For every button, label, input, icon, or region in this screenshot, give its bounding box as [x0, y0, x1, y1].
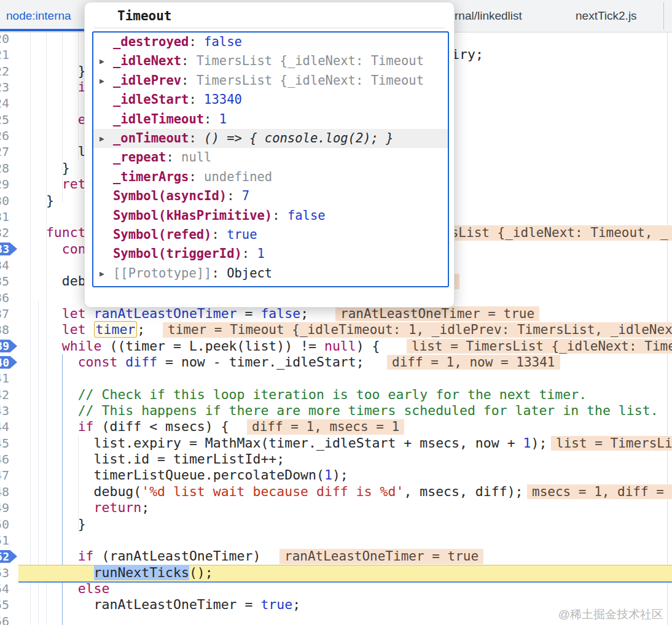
tab-node-internal-timers[interactable]: node:interna: [6, 0, 71, 31]
gutter-line-number[interactable]: 535: [0, 273, 9, 289]
gutter-line-number[interactable]: 542: [0, 387, 9, 403]
code-text: list.expiry = MathMax(timer._idleStart +…: [30, 435, 547, 451]
object-inspect-popover: Timeout _destroyed: false▶_idleNext: Tim…: [84, 2, 455, 308]
token: '%d list wait because diff is %d': [141, 484, 404, 499]
code-line[interactable]: list = TimersList {_idleNext: Timeo539 w…: [0, 338, 672, 354]
popover-property-row[interactable]: _timerArgs: undefined: [93, 168, 448, 187]
gutter-line-number[interactable]: 531: [0, 209, 9, 225]
gutter-line-number[interactable]: 537: [0, 306, 9, 322]
token: debug(: [30, 484, 141, 499]
gutter-line-number[interactable]: 550: [0, 516, 9, 532]
gutter-line-number[interactable]: 532: [0, 225, 9, 241]
code-text: runNextTicks();: [30, 565, 213, 581]
code-line[interactable]: diff = 1, now = 13341540 const diff = no…: [0, 354, 672, 370]
code-line[interactable]: ranAtLeastOneTimer = true552 if (ranAtLe…: [0, 548, 672, 564]
property-name: Symbol(refed): [113, 227, 211, 242]
token: =: [237, 306, 261, 321]
code-line[interactable]: 554 else: [0, 581, 672, 597]
gutter-line-number[interactable]: 544: [0, 419, 9, 435]
token: [86, 322, 94, 337]
popover-property-row[interactable]: Symbol(kHasPrimitive): false: [93, 206, 448, 225]
popover-property-row[interactable]: _destroyed: false: [93, 33, 448, 52]
code-line[interactable]: ranAtLeastOneTimer = true537 let ranAtLe…: [0, 306, 672, 322]
watermark-text: @稀土掘金技术社区: [558, 607, 663, 623]
property-name: Symbol(asyncId): [113, 188, 227, 203]
code-line[interactable]: diff = 1, msecs = 1544 if (diff < msecs)…: [0, 419, 672, 435]
code-line[interactable]: 542 // Check if this loop iteration is t…: [0, 387, 672, 403]
gutter-line-number[interactable]: 528: [0, 160, 9, 176]
popover-property-row[interactable]: _repeat: null: [93, 148, 448, 167]
code-line[interactable]: 551: [0, 532, 672, 548]
code-text: if (ranAtLeastOneTimer): [30, 548, 260, 564]
gutter-line-number[interactable]: 522: [0, 63, 9, 79]
popover-property-row[interactable]: ▶_onTimeout: () => { console.log(2); }: [93, 129, 448, 148]
gutter-line-number[interactable]: 529: [0, 176, 9, 192]
code-text: else: [30, 581, 109, 597]
gutter-line-number[interactable]: 523: [0, 79, 9, 95]
gutter-line-number[interactable]: 549: [0, 500, 9, 516]
gutter-line-number[interactable]: 548: [0, 484, 9, 500]
gutter-line-number[interactable]: 545: [0, 435, 9, 451]
code-line[interactable]: 541: [0, 370, 672, 386]
token: [30, 419, 78, 434]
gutter-line-number[interactable]: 556: [0, 613, 9, 625]
token: while: [62, 338, 102, 354]
gutter-line-number[interactable]: 547: [0, 467, 9, 483]
tab-nexttick2-js[interactable]: nextTick2.js: [576, 0, 637, 31]
gutter-line-number[interactable]: 527: [0, 144, 9, 160]
popover-title: Timeout: [117, 9, 172, 23]
gutter-line-number[interactable]: 521: [0, 47, 9, 63]
gutter-line-number[interactable]: 524: [0, 95, 9, 111]
code-text: list.id = timerListId++;: [30, 451, 284, 467]
hovered-variable-token[interactable]: timer: [94, 321, 138, 338]
gutter-line-number[interactable]: 525: [0, 112, 9, 128]
code-line[interactable]: list = TimersList {_545 list.expiry = Ma…: [0, 435, 672, 451]
expand-arrow-icon[interactable]: ▶: [100, 129, 104, 148]
code-line[interactable]: 543 // This happens if there are more ti…: [0, 403, 672, 419]
code-line[interactable]: msecs = 1, diff = 1548 debug('%d list wa…: [0, 484, 672, 500]
gutter-line-number[interactable]: 543: [0, 403, 9, 419]
gutter-line-number[interactable]: 530: [0, 193, 9, 209]
popover-property-row[interactable]: Symbol(refed): true: [93, 225, 448, 244]
token: ;: [300, 306, 308, 321]
selected-token[interactable]: runNextTicks: [94, 565, 189, 580]
gutter-line-number[interactable]: 546: [0, 451, 9, 467]
code-line[interactable]: 547 timerListQueue.percolateDown(1);: [0, 467, 672, 483]
breakpoint-badge[interactable]: 533: [0, 243, 17, 255]
gutter-line-number[interactable]: 526: [0, 128, 9, 144]
popover-property-row[interactable]: Symbol(asyncId): 7: [93, 187, 448, 206]
gutter-line-number[interactable]: 551: [0, 532, 9, 548]
popover-property-row[interactable]: ▶_idlePrev: TimersList {_idleNext: Timeo…: [93, 71, 448, 90]
gutter-line-number[interactable]: 536: [0, 290, 9, 306]
expand-arrow-icon[interactable]: ▶: [100, 71, 104, 90]
gutter-line-number[interactable]: 541: [0, 370, 9, 386]
code-line[interactable]: 549 return;: [0, 500, 672, 516]
token: [30, 403, 78, 418]
gutter-line-number[interactable]: 520: [0, 31, 9, 47]
property-name: _destroyed: [113, 34, 189, 49]
popover-property-row[interactable]: ▶[[Prototype]]: Object: [93, 264, 448, 283]
gutter-line-number[interactable]: 555: [0, 597, 9, 613]
gutter-line-number[interactable]: 554: [0, 581, 9, 597]
code-line[interactable]: 550 }: [0, 516, 672, 532]
inline-variable-annotation: list = TimersList {_idleNext: Timeo: [407, 339, 672, 354]
code-line[interactable]: timer = Timeout {_idleTimeout: 1, _idleP…: [0, 322, 672, 338]
popover-property-row[interactable]: Symbol(triggerId): 1: [93, 244, 448, 263]
code-text: // This happens if there are more timers…: [30, 403, 658, 419]
popover-property-row[interactable]: ▶_idleNext: TimersList {_idleNext: Timeo…: [93, 52, 448, 71]
popover-title-divider: [93, 28, 445, 28]
breakpoint-badge[interactable]: 552: [0, 550, 17, 563]
breakpoint-badge[interactable]: 539: [0, 340, 17, 352]
tab-node-internal-linkedlist[interactable]: rnal/linkedlist: [455, 0, 522, 31]
popover-property-row[interactable]: _idleStart: 13340: [93, 90, 448, 109]
breakpoint-badge[interactable]: 540: [0, 356, 17, 369]
popover-property-row[interactable]: _idleTimeout: 1: [93, 110, 448, 129]
gutter-line-number[interactable]: 538: [0, 322, 9, 338]
code-line[interactable]: 546 list.id = timerListId++;: [0, 451, 672, 467]
gutter-line-number[interactable]: 553: [0, 565, 9, 581]
code-line[interactable]: 553 runNextTicks();: [0, 565, 672, 581]
expand-arrow-icon[interactable]: ▶: [100, 52, 104, 71]
gutter-line-number[interactable]: 534: [0, 257, 9, 273]
token: );: [531, 435, 547, 451]
expand-arrow-icon[interactable]: ▶: [100, 264, 104, 283]
